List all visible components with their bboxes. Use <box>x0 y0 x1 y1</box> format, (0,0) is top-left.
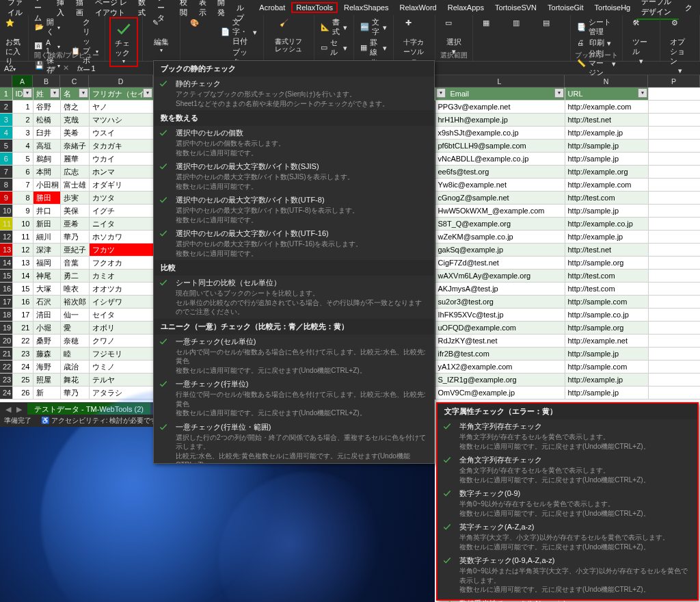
cell[interactable] <box>648 257 700 270</box>
cell[interactable]: Yw8ic@example.net <box>435 179 565 192</box>
cell[interactable]: 美保 <box>60 205 89 218</box>
cell[interactable]: カツタ <box>89 192 153 205</box>
cell[interactable]: ifr2B@test.com <box>435 348 565 361</box>
cell[interactable]: 舞花 <box>60 374 89 387</box>
grid3-button[interactable]: ▤ <box>537 17 566 39</box>
menu-item-sheet-compare[interactable]: シート同士の比較（セル単位）現在開いているブックのシートを比較します。セル単位の… <box>154 276 434 319</box>
cell[interactable]: 小田桐 <box>33 179 60 192</box>
cell[interactable]: 奈緒子 <box>60 140 89 153</box>
cell[interactable]: ウスイ <box>89 127 153 140</box>
cell[interactable]: 6 <box>12 166 33 179</box>
cell[interactable] <box>648 127 700 140</box>
cell[interactable]: vNcABDLL@example.co.jp <box>435 153 565 166</box>
border-button[interactable]: ▦罫線▾ <box>358 38 389 58</box>
menu-item[interactable]: ク <box>680 1 697 14</box>
cell[interactable] <box>648 387 700 400</box>
cell[interactable]: 深津 <box>33 244 60 257</box>
submenu-item[interactable]: 英字チェック(A-Z,a-z)半角英字(大文字、小文字)以外が存在するセルを黄色… <box>438 520 697 553</box>
cell[interactable]: 10 <box>12 218 33 231</box>
cell[interactable]: S_IZR1g@example.org <box>435 374 565 387</box>
cell[interactable]: クワノ <box>89 335 153 348</box>
cell[interactable]: http://test.com <box>565 192 648 205</box>
char-attr-submenu[interactable]: 文字属性チェック（エラー：黄）半角文字列存在チェック半角文字列が存在するセルを黄… <box>436 402 699 601</box>
cell[interactable]: 美希 <box>60 127 89 140</box>
cell[interactable]: 23 <box>12 348 33 361</box>
cell[interactable]: 6 <box>0 153 12 166</box>
cell[interactable]: http://example.co.jp <box>565 218 648 231</box>
cell[interactable]: 啓之 <box>60 101 89 114</box>
cell[interactable]: hrH1Hh@example.jp <box>435 114 565 127</box>
cell[interactable]: 亜希 <box>60 218 89 231</box>
cell[interactable] <box>648 166 700 179</box>
menu-item-maxchar-utf8[interactable]: 選択中のセルの最大文字数/バイト数(UTF-8)選択中のセルの最大文字数/バイト… <box>154 193 434 226</box>
cell[interactable]: 3 <box>12 127 33 140</box>
cell[interactable]: 裕次郎 <box>60 296 89 309</box>
cell[interactable]: 唯衣 <box>60 283 89 296</box>
menu-item[interactable]: RelaxWord <box>394 2 441 13</box>
submenu-item[interactable]: 数値妥当性チェック(IsNumeric)EXCELが数値と認識できないセルを黄色… <box>438 597 697 603</box>
cell[interactable]: 10 <box>0 205 12 218</box>
cell[interactable]: 愛 <box>60 322 89 335</box>
edit-button[interactable]: ✎編集▾ <box>147 17 176 55</box>
submenu-item[interactable]: 数字チェック(0-9)半角0~9以外が存在するセルを黄色で表示します。複数セルに… <box>438 486 697 520</box>
cell[interactable]: 4 <box>0 127 12 140</box>
cell[interactable]: su2or3@test.org <box>435 296 565 309</box>
cell[interactable]: wZeKM@sample.co.jp <box>435 231 565 244</box>
cell[interactable]: 海野 <box>33 361 60 374</box>
cell[interactable] <box>648 322 700 335</box>
cell[interactable]: 仙一 <box>60 309 89 322</box>
cell[interactable]: 19 <box>0 322 12 335</box>
cell[interactable]: pf6btCLLH9@sample.com <box>435 140 565 153</box>
cell[interactable]: 華乃 <box>60 231 89 244</box>
cell[interactable]: 広志 <box>60 166 89 179</box>
cell[interactable]: 麗華 <box>60 153 89 166</box>
cell[interactable]: 14 <box>12 270 33 283</box>
cell[interactable]: 24 <box>12 361 33 374</box>
cell[interactable]: 高垣 <box>33 140 60 153</box>
cell[interactable]: 藤森 <box>33 348 60 361</box>
cell[interactable]: 8 <box>12 192 33 205</box>
cell[interactable]: 清田 <box>33 309 60 322</box>
ribbon-favorites[interactable]: ⭐お気に入り▾ <box>0 15 29 61</box>
tab-nav-prev[interactable]: ◀ <box>5 405 11 414</box>
cell[interactable] <box>648 270 700 283</box>
cell[interactable] <box>648 244 700 257</box>
cell[interactable]: S8T_Q@example.org <box>435 218 565 231</box>
text-button[interactable]: 🔤文字▾ <box>358 17 389 38</box>
cell[interactable]: http://test.com <box>565 270 648 283</box>
cell[interactable]: 12 <box>0 231 12 244</box>
col-A[interactable]: A <box>12 75 33 87</box>
menu-item[interactable]: RelaxApps <box>443 2 489 13</box>
cell[interactable] <box>648 218 700 231</box>
cell[interactable]: PPG3v@example.net <box>435 101 565 114</box>
cell[interactable]: 谷野 <box>33 101 60 114</box>
cell[interactable]: http://sample.org <box>565 322 648 335</box>
cell[interactable]: イシザワ <box>89 296 153 309</box>
submenu-item[interactable]: 全角文字列存在チェック全角文字列が存在するセルを黄色で表示します。複数セルに適用… <box>438 453 697 486</box>
filter-icon[interactable]: ▾ <box>79 88 88 98</box>
hdr-email[interactable]: ▾Email▾ <box>435 88 565 101</box>
filter-icon[interactable]: ▾ <box>50 88 59 98</box>
submenu-item[interactable]: 英数字チェック(0-9,A-Z,a-z)半角0~9以外または半角英字(大文字、小… <box>438 553 697 597</box>
cell[interactable] <box>648 374 700 387</box>
cell[interactable] <box>648 179 700 192</box>
menu-item[interactable]: TortoiseHg <box>590 2 636 13</box>
cell[interactable]: 新田 <box>33 218 60 231</box>
cell[interactable]: 1 <box>12 101 33 114</box>
cell[interactable]: フクオカ <box>89 257 153 270</box>
cell[interactable]: http://example.com <box>565 101 648 114</box>
cell[interactable]: 12 <box>12 244 33 257</box>
cell[interactable]: http://test.net <box>565 114 648 127</box>
cell[interactable]: http://sample.co.jp <box>565 309 648 322</box>
cell[interactable]: http://test.com <box>565 283 648 296</box>
cell[interactable]: http://example.jp <box>565 231 648 244</box>
cell[interactable]: 11 <box>12 231 33 244</box>
cell[interactable]: IhFK95XVc@test.jp <box>435 309 565 322</box>
cell[interactable]: http://example.jp <box>565 374 648 387</box>
cell[interactable]: 勇二 <box>60 270 89 283</box>
cell[interactable]: 華乃 <box>60 387 89 400</box>
cell[interactable]: 26 <box>12 387 33 400</box>
cell[interactable] <box>648 296 700 309</box>
filter-icon[interactable]: ▾ <box>23 88 32 98</box>
cell[interactable]: AKJmysA@test.jp <box>435 283 565 296</box>
